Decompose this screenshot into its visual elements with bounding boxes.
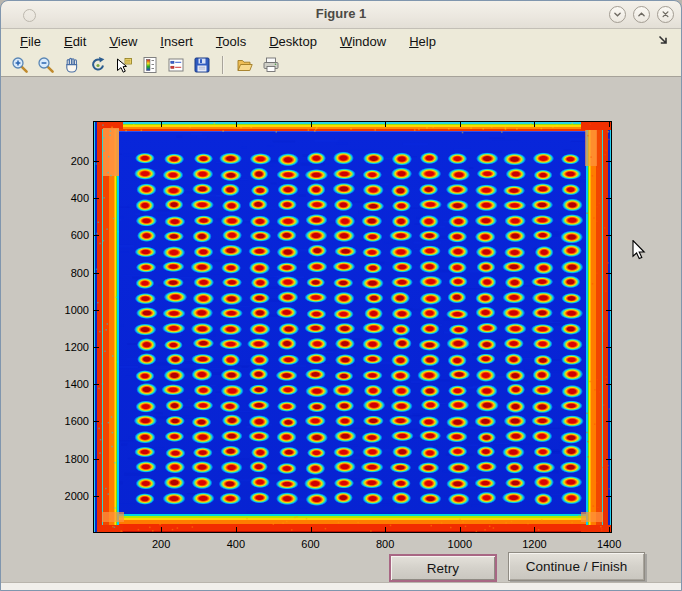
window-title: Figure 1 [1,6,681,21]
menu-desktop[interactable]: Desktop [264,32,322,51]
print-icon[interactable] [261,55,280,74]
y-tick-label: 1000 [47,304,89,316]
x-tick-label: 600 [289,538,333,550]
data-cursor-icon[interactable] [114,55,133,74]
y-tick-label: 1200 [47,341,89,353]
colorbar-icon[interactable] [140,55,159,74]
menu-window[interactable]: Window [335,32,391,51]
menu-bar: FileEditViewInsertToolsDesktopWindowHelp [1,29,681,53]
retry-button[interactable]: Retry [389,554,497,582]
window-controls [609,6,674,23]
menu-edit[interactable]: Edit [59,32,91,51]
toolbar [1,53,681,77]
window-bottom-edge [1,582,681,590]
y-tick-label: 1400 [47,378,89,390]
zoom-in-icon[interactable] [10,55,29,74]
close-icon [658,7,673,22]
maximize-button[interactable] [633,6,650,23]
zoom-out-icon[interactable] [36,55,55,74]
rotate-3d-icon[interactable] [88,55,107,74]
x-tick-label: 200 [139,538,183,550]
y-tick-label: 800 [47,267,89,279]
x-tick-label: 1000 [438,538,482,550]
y-tick-label: 600 [47,229,89,241]
continue-finish-button[interactable]: Continue / Finish [508,552,645,581]
x-tick-label: 1400 [587,538,631,550]
chevron-up-icon [634,7,649,22]
menu-view[interactable]: View [104,32,142,51]
legend-icon[interactable] [166,55,185,74]
title-bar: Figure 1 [1,1,681,29]
toolbar-separator [222,56,224,74]
y-tick-label: 1600 [47,415,89,427]
y-tick-label: 2000 [47,490,89,502]
open-icon[interactable] [235,55,254,74]
minimize-button[interactable] [609,6,626,23]
dock-arrow-icon[interactable] [655,32,671,48]
menu-insert[interactable]: Insert [155,32,198,51]
axes [93,121,612,533]
figure-image[interactable] [94,122,611,532]
y-tick-label: 400 [47,192,89,204]
close-button[interactable] [657,6,674,23]
y-tick-label: 200 [47,155,89,167]
menu-help[interactable]: Help [404,32,441,51]
chevron-down-icon [610,7,625,22]
menu-file[interactable]: File [15,32,46,51]
save-icon[interactable] [192,55,211,74]
x-tick-label: 400 [214,538,258,550]
pan-icon[interactable] [62,55,81,74]
x-tick-label: 1200 [512,538,556,550]
menu-tools[interactable]: Tools [211,32,251,51]
y-tick-label: 1800 [47,453,89,465]
x-tick-label: 800 [363,538,407,550]
figure-window: Figure 1 FileEditViewInsertToolsDesktopW… [0,0,682,591]
